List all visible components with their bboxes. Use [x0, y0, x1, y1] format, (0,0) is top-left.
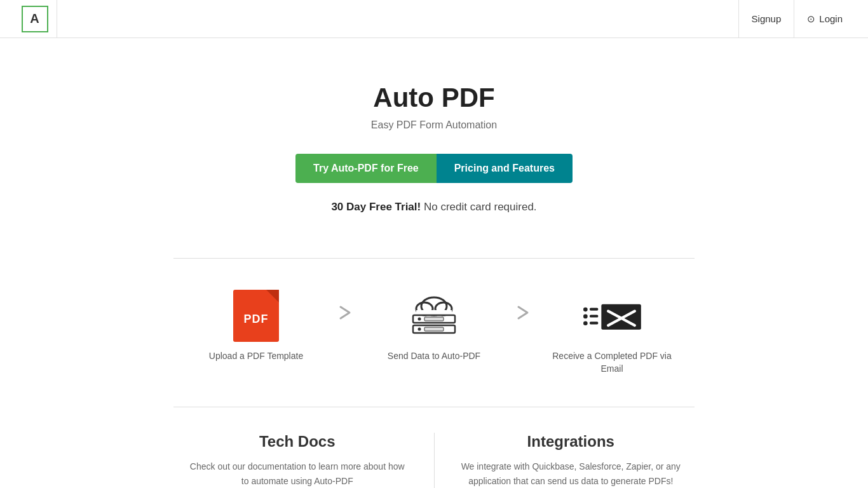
pdf-icon: PDF — [224, 290, 288, 341]
integrations-section: Integrations We integrate with Quickbase… — [434, 433, 708, 488]
svg-rect-11 — [590, 308, 598, 310]
brand-logo: A — [22, 6, 48, 32]
divider-top — [173, 258, 695, 259]
integrations-desc: We integrate with Quickbase, Salesforce,… — [460, 459, 682, 488]
pdf-label: PDF — [244, 313, 269, 326]
navbar: A Signup ⊙ Login — [0, 0, 868, 38]
svg-point-8 — [418, 327, 421, 330]
trial-no-cc: No credit card required. — [424, 201, 537, 213]
integrations-title: Integrations — [460, 433, 682, 451]
flow-step-1-label: Upload a PDF Template — [209, 350, 303, 363]
cloud-server-icon — [402, 290, 466, 341]
flow-step-2-label: Send Data to Auto-PDF — [388, 350, 480, 363]
trial-text: 30 Day Free Trial! No credit card requir… — [13, 201, 855, 214]
signup-link[interactable]: Signup — [738, 0, 794, 38]
flow-step-2: Send Data to Auto-PDF — [364, 290, 504, 363]
hero-subtitle: Easy PDF Form Automation — [13, 119, 855, 131]
svg-rect-15 — [590, 322, 598, 324]
bottom-sections: Tech Docs Check out our documentation to… — [148, 407, 720, 488]
login-link[interactable]: ⊙ Login — [794, 0, 855, 38]
hero-title: Auto PDF — [13, 83, 855, 113]
nav-links: Signup ⊙ Login — [738, 0, 855, 38]
tech-docs-section: Tech Docs Check out our documentation to… — [161, 433, 434, 488]
svg-point-14 — [583, 321, 588, 325]
flow-step-3: Receive a Completed PDF via Email — [542, 290, 682, 375]
hero-section: Auto PDF Easy PDF Form Automation Try Au… — [0, 38, 868, 239]
pricing-features-button[interactable]: Pricing and Features — [437, 154, 573, 183]
hero-buttons: Try Auto-PDF for Free Pricing and Featur… — [13, 154, 855, 183]
svg-rect-13 — [590, 315, 598, 317]
brand-logo-wrap: A — [13, 0, 57, 38]
login-label: Login — [819, 13, 843, 24]
flow-arrow-2 — [504, 290, 542, 322]
svg-rect-9 — [424, 327, 444, 331]
flow-section: PDF Upload a PDF Template — [0, 278, 868, 407]
tech-docs-title: Tech Docs — [186, 433, 409, 451]
trial-bold: 30 Day Free Trial! — [331, 201, 421, 213]
svg-point-10 — [583, 307, 588, 311]
brand-letter: A — [30, 11, 39, 26]
signup-label: Signup — [752, 13, 782, 24]
try-free-button[interactable]: Try Auto-PDF for Free — [295, 154, 437, 183]
login-icon: ⊙ — [807, 13, 815, 25]
flow-arrow-1 — [326, 290, 364, 322]
flow-step-1: PDF Upload a PDF Template — [186, 290, 326, 363]
svg-rect-6 — [424, 317, 444, 321]
flow-step-3-label: Receive a Completed PDF via Email — [542, 350, 682, 375]
email-icon — [580, 290, 644, 341]
pdf-corner — [266, 290, 279, 302]
tech-docs-desc: Check out our documentation to learn mor… — [186, 459, 409, 488]
svg-point-5 — [418, 317, 421, 320]
svg-point-12 — [583, 314, 588, 318]
